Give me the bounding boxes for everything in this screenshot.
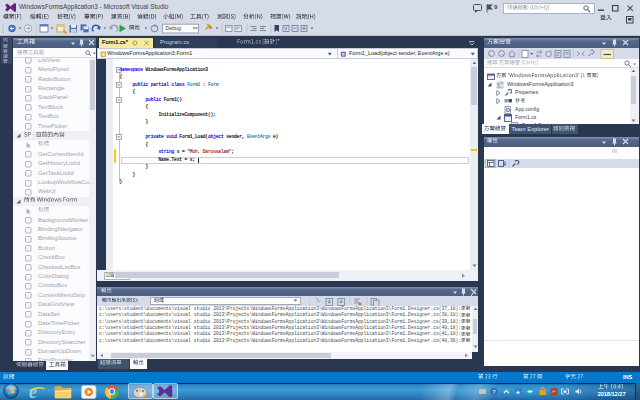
svg-text:?: ? <box>493 389 496 395</box>
svg-text:e: e <box>29 384 37 400</box>
